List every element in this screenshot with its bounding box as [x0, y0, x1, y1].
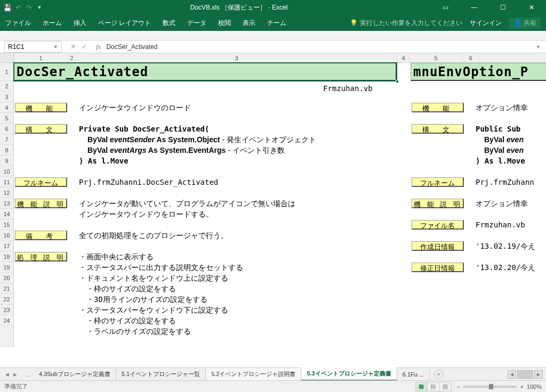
row-header[interactable]: 2 [0, 81, 13, 92]
undo-icon[interactable]: ↶ [14, 3, 22, 12]
row-header[interactable]: 1 [0, 63, 13, 81]
view-pagebreak-icon[interactable]: ▥ [439, 382, 451, 391]
row-header[interactable]: 10 [0, 166, 13, 177]
col-header[interactable]: 4 [398, 53, 410, 62]
label-func-r[interactable]: 機 能 [412, 103, 464, 112]
row-header[interactable]: 11 [0, 177, 13, 187]
label-proc[interactable]: 処 理 説 明 [15, 252, 67, 262]
cell[interactable]: Prj.frmZuhann [476, 178, 534, 186]
cell[interactable]: '13.02.20/今え [476, 263, 535, 273]
label-note[interactable]: 備 考 [15, 231, 67, 240]
enter-formula-icon[interactable]: ✓ [82, 43, 87, 51]
save-icon[interactable]: 💾 [3, 3, 12, 12]
redo-icon[interactable]: ↷ [25, 3, 33, 12]
row-header[interactable]: 12 [0, 187, 13, 198]
view-pagelayout-icon[interactable]: ▤ [428, 382, 439, 391]
share-button[interactable]: 👤 共有 [509, 18, 541, 29]
zoom-in-button[interactable]: + [520, 383, 523, 390]
row-header[interactable]: 14 [0, 209, 13, 219]
row-header[interactable]: 4 [0, 102, 13, 113]
tab-nav-next-icon[interactable]: ► [12, 371, 18, 378]
cell-title-right[interactable]: mnuEnvOption_P [411, 63, 546, 81]
grid-cells[interactable]: DocSer_Activated mnuEnvOption_P Frmzuhan… [14, 63, 546, 347]
label-syntax[interactable]: 構 文 [15, 124, 67, 134]
cell[interactable]: ) As l.Move [476, 157, 525, 165]
qat-dropdown-icon[interactable]: ▼ [35, 3, 44, 12]
scroll-right-icon[interactable]: ► [534, 370, 543, 379]
cell[interactable]: Frmzuhan.vb [323, 84, 373, 93]
label-desc-r[interactable]: 機 能 説 明 [412, 199, 464, 208]
row-header[interactable]: 17 [0, 241, 13, 251]
tab-formulas[interactable]: 数式 [163, 19, 175, 28]
tab-view[interactable]: 表示 [243, 19, 255, 28]
cell[interactable]: ByVal eventArgs As System.EventArgs - イベ… [87, 146, 285, 156]
cell[interactable]: ・枠のサイズの設定をする [79, 316, 176, 326]
cell[interactable]: ・3D用ラインのサイズの設定をする [79, 295, 207, 305]
cell[interactable]: Private Sub DocSer_Activated( [79, 125, 209, 133]
zoom-out-button[interactable]: − [457, 383, 460, 390]
row-header[interactable]: 23 [0, 305, 13, 315]
fx-icon[interactable]: fx [96, 43, 101, 51]
ribbon-display-icon[interactable]: ▭ [434, 0, 456, 15]
cell[interactable]: ByVal even [484, 146, 524, 154]
chevron-down-icon[interactable]: ▼ [53, 44, 58, 50]
cell[interactable]: Frmzuhan.vb [476, 220, 525, 229]
cell[interactable]: ・画面中央に表示する [79, 252, 154, 262]
name-box[interactable]: R1C1 ▼ [4, 41, 62, 53]
cell[interactable]: ByVal eventSender As System.Object - 発生イ… [87, 135, 316, 145]
sheet-tab-active[interactable]: 5.3イベントプロシージャ定義書 [301, 368, 397, 381]
sheet-tab[interactable]: 6.1Fu ... [397, 369, 430, 380]
sheet-tab[interactable]: 4.3Subプロシージャ定義書 [34, 368, 116, 380]
label-fullname[interactable]: フルネーム [15, 177, 67, 187]
row-header[interactable]: 24 [0, 315, 13, 326]
row-header[interactable]: 22 [0, 294, 13, 305]
close-button[interactable]: ✕ [520, 0, 543, 15]
cell[interactable]: インジケータウインドウをロードする。 [79, 210, 213, 219]
col-header[interactable]: 1 [14, 53, 68, 62]
row-header[interactable]: 18 [0, 251, 13, 262]
col-header[interactable]: 2 [68, 53, 76, 62]
select-all-corner[interactable] [0, 53, 14, 62]
sheet-tab[interactable]: 5.1イベントプロシージャー覧 [116, 368, 206, 380]
row-header[interactable]: 8 [0, 145, 13, 156]
row-header[interactable]: 20 [0, 273, 13, 283]
row-header[interactable]: 13 [0, 198, 13, 209]
sheet-tab[interactable]: 5.2イベントプロシージャ説明書 [206, 368, 301, 380]
cell[interactable]: 全ての初期処理をこのプロシージャで行う。 [79, 231, 228, 241]
fill-handle[interactable] [396, 80, 399, 83]
cell[interactable]: オプション情幸 [476, 199, 528, 209]
col-header[interactable]: 5 [410, 53, 463, 62]
cell[interactable]: ・ドキュメント名をウィンドウ上に設定する [79, 274, 228, 283]
signin-link[interactable]: サインイン [470, 19, 502, 28]
row-header[interactable]: 5 [0, 113, 13, 124]
label-file-r[interactable]: ファイル名 [412, 220, 464, 230]
tab-review[interactable]: 校閲 [218, 19, 231, 28]
tab-overflow-icon[interactable]: ... [22, 371, 34, 378]
cell[interactable]: ) As l.Move [79, 157, 129, 165]
cell[interactable]: インジケータが動いていて、プログラムがアイコンで無い場合は [79, 199, 295, 209]
zoom-level[interactable]: 100% [527, 383, 542, 390]
maximize-button[interactable]: ☐ [492, 0, 514, 15]
row-header[interactable]: 6 [0, 124, 13, 134]
label-syn-r[interactable]: 構 文 [412, 124, 464, 134]
cell[interactable]: インジケータウインドウのロード [79, 103, 191, 113]
cell[interactable]: ・枠のサイズの設定をする [79, 284, 176, 294]
label-func[interactable]: 機 能 [15, 103, 67, 112]
cell[interactable]: '13.02.19/今え [476, 242, 535, 251]
view-normal-icon[interactable]: ▦ [416, 382, 428, 391]
add-sheet-button[interactable]: + [434, 370, 444, 379]
formula-bar[interactable]: DocSer_Activated [106, 43, 536, 51]
row-header[interactable]: 19 [0, 262, 13, 273]
row-header[interactable]: 16 [0, 230, 13, 241]
col-header[interactable]: 3 [76, 53, 398, 62]
cell-title[interactable]: DocSer_Activated [14, 63, 397, 81]
scroll-left-icon[interactable]: ◄ [508, 370, 516, 379]
zoom-slider[interactable] [463, 386, 517, 388]
label-mdate-r[interactable]: 修正日情報 [412, 263, 464, 272]
label-cdate-r[interactable]: 作成日情報 [412, 241, 464, 251]
cell[interactable]: ・ステータスバーに出力する説明文をセットする [79, 263, 243, 273]
cell[interactable]: ByVal even [484, 135, 524, 144]
cell[interactable]: オプション情幸 [476, 103, 528, 113]
minimize-button[interactable]: — [463, 0, 485, 15]
cell[interactable]: ・ラベルのサイズの設定をする [79, 327, 191, 337]
